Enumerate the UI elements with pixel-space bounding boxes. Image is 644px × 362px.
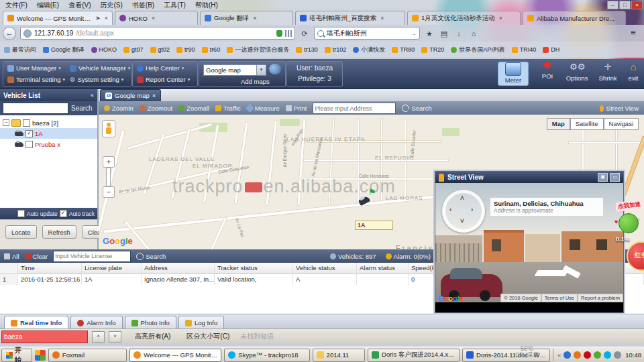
meter-button[interactable]: Meter	[498, 62, 529, 86]
tab-log-info[interactable]: Log Info	[178, 316, 224, 329]
group-checkbox[interactable]	[23, 119, 30, 127]
menu-edit[interactable]: 编辑(E)	[37, 1, 59, 10]
bookmark-item[interactable]: TR80	[392, 46, 415, 53]
menu-file[interactable]: 文件(F)	[5, 1, 28, 10]
map-tab-close-icon[interactable]: ×	[152, 92, 156, 99]
grid-clear-button[interactable]: Clear	[25, 253, 48, 260]
bookmark-item[interactable]: tr90	[176, 46, 195, 53]
menu-help[interactable]: 帮助(H)	[195, 1, 218, 10]
poi-button[interactable]: POI	[533, 62, 562, 80]
tray-icon[interactable]	[564, 351, 571, 359]
add-maps-label[interactable]: Add maps	[241, 78, 270, 85]
tab-alibaba[interactable]: Alibaba Manufacturer Dre...	[523, 11, 626, 25]
report-problem-link[interactable]: Report a problem	[578, 294, 623, 302]
street-view-header[interactable]: Street View ▣ ▭	[435, 172, 623, 183]
traffic-button[interactable]: Traffic	[215, 105, 241, 112]
search-box[interactable]: 塔毛利帕斯州 →	[314, 27, 420, 40]
globe-add-icon[interactable]	[269, 64, 281, 74]
refresh-button[interactable]: Refresh	[42, 225, 76, 239]
match-case-checkbox[interactable]: 区分大小写(C)	[186, 332, 229, 341]
bookmark-item[interactable]: gt02	[150, 46, 170, 53]
bookmark-item[interactable]: tr130	[296, 46, 318, 53]
bookmark-item[interactable]: TRI40	[512, 46, 537, 53]
tab-pin-icon[interactable]: ➤	[95, 15, 101, 21]
zoom-in-button[interactable]: +	[103, 156, 115, 168]
panel-close-icon[interactable]: ▭	[610, 173, 620, 182]
close-button[interactable]: ×	[631, 1, 643, 9]
task-doris-sheet[interactable]: Doris 客户跟进2014.4.x...	[368, 349, 460, 362]
map-source-select[interactable]: Google map▾	[203, 64, 266, 76]
tab-close-icon[interactable]: ×	[380, 15, 384, 21]
tree-vehicle-row[interactable]: ✓ 1A	[0, 128, 97, 139]
tab-realtime-info[interactable]: Real time Info	[4, 316, 68, 329]
map-tab-google[interactable]: G Google map ×	[100, 89, 161, 101]
auto-update-checkbox[interactable]	[17, 210, 25, 217]
tree-vehicle-row[interactable]: Prueba x	[0, 139, 97, 149]
zoomin-button[interactable]: Zoomin	[104, 105, 133, 112]
measure-button[interactable]: Measure	[247, 105, 280, 112]
bookmark-item[interactable]: tr102	[325, 46, 347, 53]
vehicle-checkbox[interactable]: ✓	[25, 130, 33, 137]
search-go-icon[interactable]: →	[410, 29, 417, 37]
tab-baidu-search[interactable]: 塔毛利帕斯州_百度搜索 ×	[295, 11, 405, 25]
bookmark-item[interactable]: gt07	[123, 46, 144, 53]
license-filter-input[interactable]	[53, 251, 131, 262]
download-icon[interactable]: ↓	[453, 28, 464, 39]
find-next-button[interactable]: ˅	[109, 331, 121, 343]
star-icon[interactable]: ★	[424, 28, 435, 39]
home-icon[interactable]: ⌂	[468, 28, 479, 39]
tray-icon[interactable]	[584, 351, 591, 359]
help-center-button[interactable]: Help Center▾	[135, 63, 186, 73]
col-vehicle[interactable]: Vehicle status	[293, 263, 357, 274]
street-view-compass[interactable]: ˄ ˅ ‹ ›	[442, 190, 485, 233]
sidebar-search-button[interactable]: Search	[71, 105, 93, 112]
bookmark-item[interactable]: Google 翻译	[43, 46, 85, 54]
menu-view[interactable]: 查看(V)	[68, 1, 91, 10]
vehicle-search-input[interactable]	[3, 103, 68, 114]
bookmark-item[interactable]: 最常访问	[4, 46, 36, 54]
accelerate-label[interactable]: 点我加速	[615, 200, 643, 212]
shield-icon[interactable]	[276, 30, 282, 37]
col-time[interactable]: Time	[18, 263, 82, 274]
tab-google-translate[interactable]: Google 翻译 ×	[200, 11, 293, 25]
minimize-button[interactable]: –	[607, 1, 619, 9]
task-foxmail[interactable]: Foxmail	[48, 349, 127, 362]
bookmark-item[interactable]: 一达通外贸综合服务	[227, 46, 289, 54]
report-center-button[interactable]: Report Center▾	[135, 74, 192, 84]
navigation-arrow[interactable]	[536, 269, 583, 280]
task-folder[interactable]: 2014.11	[313, 349, 365, 362]
zoom-slider[interactable]	[106, 168, 111, 186]
tab-photo-info[interactable]: Photo Info	[125, 316, 176, 329]
panel-restore-icon[interactable]: ▣	[598, 173, 608, 182]
map-search-button[interactable]: Search	[402, 105, 431, 112]
print-button[interactable]: Print	[286, 105, 307, 112]
map-type-navigasi[interactable]: Navigasi	[604, 118, 639, 130]
tab-alarm-info[interactable]: Alarm Info	[70, 316, 122, 329]
task-skype[interactable]: Skype™ - trackpro18	[224, 349, 309, 362]
expand-icon[interactable]: −	[3, 119, 9, 126]
bookmark-item[interactable]: 世界各国API列表	[451, 46, 505, 54]
tray-icon[interactable]	[574, 351, 581, 359]
find-input[interactable]	[1, 330, 88, 343]
map-type-map[interactable]: Map	[547, 118, 570, 130]
tray-icon[interactable]	[594, 351, 601, 359]
bookmark-item[interactable]: DH	[543, 46, 559, 53]
col-address[interactable]: Address	[142, 263, 215, 274]
highlight-all-button[interactable]: 高亮所有(A)	[135, 332, 170, 341]
zoomall-button[interactable]: Zoomall	[178, 105, 209, 112]
mascot-icon[interactable]	[619, 213, 639, 233]
task-gps-monitor[interactable]: Welcome --- GPS Monitor...	[129, 349, 221, 362]
options-button[interactable]: ⚙⚙ Options	[562, 62, 592, 82]
auto-track-checkbox[interactable]: ✓	[60, 210, 67, 217]
exit-button[interactable]: ⌂ exit	[619, 62, 644, 82]
reload-icon[interactable]: ⟳	[299, 28, 310, 39]
url-bar[interactable]: 121.37.60.19/default.aspx	[20, 27, 295, 40]
street-view-panel[interactable]: Street View ▣ ▭ ˄	[435, 171, 624, 313]
bookmark-item[interactable]: HOKO	[91, 46, 117, 53]
col-tracker[interactable]: Tracker status	[215, 263, 293, 274]
pegman-control[interactable]	[102, 120, 115, 137]
col-license[interactable]: License plate	[82, 263, 142, 274]
street-view-body[interactable]: ˄ ˅ ‹ › Surinam, Delicias, Chihuahua Add…	[435, 183, 623, 302]
zoomout-button[interactable]: Zoomout	[140, 105, 173, 112]
vehicle-manager-button[interactable]: Vehicle Manager▾	[68, 63, 132, 73]
